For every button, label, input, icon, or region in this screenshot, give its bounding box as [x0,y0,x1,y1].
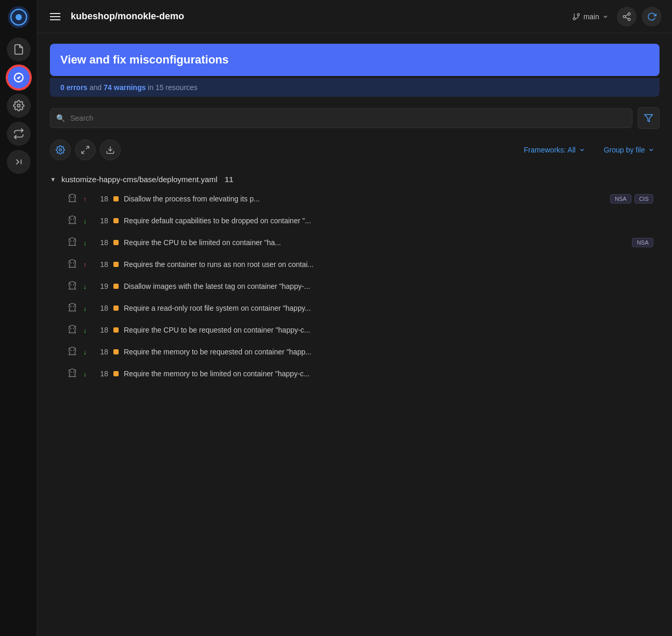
sidebar-item-validation[interactable] [7,66,31,90]
search-icon: 🔍 [56,114,65,122]
sidebar-item-compare[interactable] [7,122,31,146]
arrow-icon: ↓ [83,283,91,290]
topbar: kubeshop/monokle-demo main [37,0,672,33]
list-item[interactable]: ↓ 18 Require the memory to be requested … [50,341,660,363]
group-by-dropdown[interactable]: Group by file [599,143,660,157]
item-tag: NSA [632,238,653,247]
file-group-header[interactable]: ▼ kustomize-happy-cms/base/deployment.ya… [50,171,660,188]
frameworks-dropdown[interactable]: Frameworks: All [519,143,590,157]
chevron-down-icon: ▼ [50,176,56,183]
repo-title: kubeshop/monokle-demo [71,11,564,22]
list-item[interactable]: ↓ 18 Require the CPU to be requested on … [50,319,660,341]
sidebar [0,0,37,636]
item-text: Require the CPU to be requested on conta… [124,326,653,334]
severity-dot [113,196,119,201]
app-logo[interactable] [8,6,30,28]
svg-point-9 [628,12,630,15]
item-score: 18 [96,195,108,203]
svg-marker-14 [645,115,653,122]
item-text: Require the CPU to be limited on contain… [124,238,627,247]
svg-line-12 [625,17,628,19]
svg-point-10 [623,15,626,18]
list-item[interactable]: ↓ 18 Require default capabilities to be … [50,210,660,232]
list-item[interactable]: ↓ 18 Require the CPU to be limited on co… [50,232,660,253]
share-button[interactable] [617,7,637,27]
item-text: Require a read-only root file system on … [124,304,653,312]
item-text: Disallow the process from elevating its … [124,195,605,203]
svg-line-16 [86,146,89,149]
file-group: ▼ kustomize-happy-cms/base/deployment.ya… [50,171,660,385]
severity-dot [113,284,119,289]
list-item[interactable]: ↓ 18 Require the memory to be limited on… [50,363,660,385]
header-sub: 0 errors and 74 warnings in 15 resources [50,78,660,97]
svg-point-15 [59,149,62,151]
arrow-icon: ↓ [83,239,91,247]
item-score: 18 [96,326,108,334]
severity-dot [113,327,119,333]
svg-line-17 [82,151,84,154]
toolbar-left [50,139,121,160]
arrow-icon: ↓ [83,326,91,334]
expand-tool-button[interactable] [75,139,96,160]
demon-icon [67,281,78,292]
items-list: ↑ 18 Disallow the process from elevating… [50,188,660,385]
demon-icon [67,215,78,226]
conjunction: and [89,83,101,92]
item-score: 18 [96,348,108,356]
branch-label: main [584,12,599,21]
severity-dot [113,218,119,223]
main-content: kubeshop/monokle-demo main [37,0,672,636]
search-wrapper: 🔍 [50,108,632,128]
arrow-icon: ↓ [83,217,91,225]
arrow-icon: ↓ [83,304,91,312]
svg-point-11 [628,18,630,21]
item-score: 18 [96,370,108,378]
errors-count: 0 errors [60,83,87,92]
sidebar-item-settings[interactable] [7,94,31,118]
item-score: 18 [96,260,108,269]
page-content: View and fix misconfigurations 0 errors … [37,33,672,636]
demon-icon [67,324,78,336]
list-item[interactable]: ↑ 18 Disallow the process from elevating… [50,188,660,210]
item-count: 11 [225,175,234,184]
item-tag: CIS [635,194,653,203]
branch-selector[interactable]: main [572,12,609,21]
filter-button[interactable] [638,107,660,129]
demon-icon [67,368,78,379]
arrow-icon: ↓ [83,348,91,356]
download-tool-button[interactable] [100,139,121,160]
svg-point-7 [577,14,579,16]
toolbar-row: Frameworks: All Group by file [50,139,660,160]
list-item[interactable]: ↓ 19 Disallow images with the latest tag… [50,275,660,297]
demon-icon [67,193,78,205]
item-score: 19 [96,282,108,290]
frameworks-label: Frameworks: All [524,146,576,154]
arrow-icon: ↑ [83,261,91,269]
list-item[interactable]: ↓ 18 Require a read-only root file syste… [50,297,660,319]
item-text: Disallow images with the latest tag on c… [124,282,653,290]
severity-dot [113,240,119,245]
resources-text: in 15 resources [148,83,198,92]
item-score: 18 [96,304,108,312]
settings-tool-button[interactable] [50,139,71,160]
arrow-icon: ↓ [83,370,91,378]
header-banner: View and fix misconfigurations [50,44,660,76]
item-tags: NSA [632,238,653,247]
svg-point-2 [16,14,22,20]
demon-icon [67,302,78,314]
refresh-button[interactable] [642,7,662,27]
menu-button[interactable] [48,11,62,22]
search-input[interactable] [50,108,632,128]
demon-icon [67,259,78,270]
item-text: Require the memory to be limited on cont… [124,370,653,378]
warnings-count: 74 warnings [104,83,146,92]
demon-icon [67,346,78,358]
search-row: 🔍 [50,107,660,129]
item-text: Require default capabilities to be dropp… [124,217,653,225]
sidebar-item-files[interactable] [7,37,31,61]
group-by-label: Group by file [604,146,645,154]
list-item[interactable]: ↑ 18 Requires the container to runs as n… [50,253,660,275]
page-title: View and fix misconfigurations [60,53,649,67]
severity-dot [113,371,119,376]
sidebar-item-git[interactable] [7,150,31,174]
